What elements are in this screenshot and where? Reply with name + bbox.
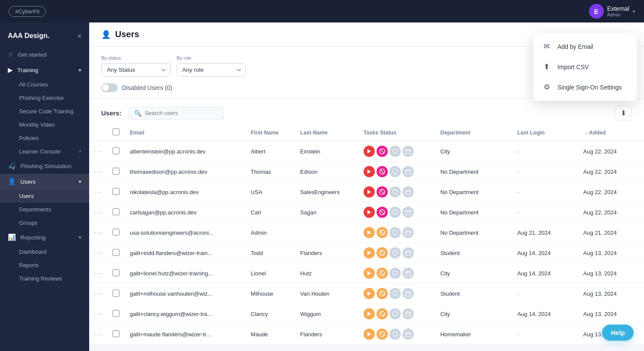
sidebar-item-groups[interactable]: Groups [0, 216, 89, 230]
svg-line-9 [380, 170, 384, 173]
topnav-user[interactable]: E External Admin ▾ [589, 4, 635, 19]
col-header-email: Email [125, 124, 245, 141]
row-checkbox-cell [107, 223, 125, 243]
gear-icon: ⚙ [542, 83, 551, 92]
row-actions[interactable]: ··· [89, 284, 107, 304]
dropdown-item-add-by-email[interactable]: ✉ Add by Email [533, 36, 637, 57]
svg-marker-14 [367, 190, 371, 194]
table-row: ···carlsagan@pp.acronis.devCarlSaganNo D… [89, 202, 644, 223]
row-checkbox-cell [107, 162, 125, 182]
row-checkbox[interactable] [113, 229, 119, 236]
download-button[interactable]: ⬇ [615, 105, 632, 121]
chevron-down-icon: ▾ [633, 9, 635, 14]
help-button[interactable]: Help [602, 325, 634, 341]
email-icon: ✉ [542, 42, 551, 51]
svg-marker-49 [367, 291, 371, 296]
row-last-login: Aug 14, 2024 [512, 263, 578, 284]
row-tasks-status [358, 324, 435, 345]
row-tasks-status [358, 162, 435, 182]
sidebar-item-phishing-exercise[interactable]: Phishing Exercise [0, 91, 89, 105]
reporting-icon: 📊 [8, 233, 16, 241]
dash-value: - [517, 290, 519, 297]
row-checkbox[interactable] [113, 168, 119, 175]
row-checkbox-cell [107, 202, 125, 223]
sidebar-item-departments[interactable]: Departments [0, 203, 89, 216]
sidebar-item-training-reviews[interactable]: Training Reviews [0, 272, 89, 285]
row-tasks-status [358, 304, 435, 324]
dropdown-item-import-csv[interactable]: ⬆ Import CSV [533, 57, 637, 77]
sidebar-item-users-sub[interactable]: Users [0, 189, 89, 203]
status-filter-select[interactable]: Any Status Active Inactive [101, 63, 171, 77]
row-first-name: Admin [245, 223, 295, 243]
row-last-name: Einstein [295, 141, 358, 162]
svg-marker-21 [367, 210, 371, 214]
row-email: galit+clancy.wiggum@wizer-tra... [125, 304, 245, 324]
sidebar-item-monthly-video[interactable]: Monthly Video [0, 118, 89, 131]
row-last-login: Aug 14, 2024 [512, 304, 578, 324]
row-actions[interactable]: ··· [89, 304, 107, 324]
row-first-name: Milhouse [245, 284, 295, 304]
task-status-icon [377, 227, 388, 238]
row-last-name [295, 223, 358, 243]
row-email: galit+milhouse.vanhouten@wiz... [125, 284, 245, 304]
row-email: galit+lionel.hutz@wizer-training... [125, 263, 245, 284]
row-actions[interactable]: ··· [89, 324, 107, 345]
col-header-dept: Department [435, 124, 512, 141]
topnav-logo[interactable]: #CyberFit [9, 6, 46, 17]
disabled-users-label: Disabled Users (0) [122, 84, 172, 91]
sidebar-item-get-started[interactable]: ☆ Get started [0, 47, 89, 62]
row-added: Aug 22, 2024 [578, 162, 644, 182]
row-email: nikolatesla@pp.acronis.dev [125, 182, 245, 202]
row-actions[interactable]: ··· [89, 141, 107, 162]
row-checkbox[interactable] [113, 249, 119, 256]
row-actions[interactable]: ··· [89, 243, 107, 263]
table-row: ···galit+lionel.hutz@wizer-training...Li… [89, 263, 644, 284]
sidebar-item-learner-console[interactable]: Learner Console ↗ [0, 145, 89, 158]
dropdown-item-sso-settings[interactable]: ⚙ Single Sign-On Settings [533, 77, 637, 97]
sidebar-item-phishing-simulation[interactable]: 🎣 Phishing Simulation [0, 158, 89, 174]
sidebar-item-all-courses[interactable]: All Courses [0, 78, 89, 91]
sidebar-item-reports[interactable]: Reports [0, 258, 89, 272]
row-checkbox[interactable] [113, 310, 119, 317]
task-status-icon [377, 308, 388, 319]
row-actions[interactable]: ··· [89, 182, 107, 202]
row-department: Homemaker [435, 324, 512, 345]
sidebar-item-policies[interactable]: Policies [0, 131, 89, 145]
disabled-users-toggle[interactable] [101, 83, 118, 92]
task-status-icon [390, 288, 401, 299]
table-row: ···galit+maude.flanders@wizer-tr...Maude… [89, 324, 644, 345]
row-checkbox[interactable] [113, 330, 119, 337]
row-last-name: Sagan [295, 202, 358, 223]
users-table: Email First Name Last Name Tasks Status … [89, 124, 644, 345]
svg-rect-10 [406, 170, 411, 174]
user-role: Admin [607, 12, 629, 17]
row-actions[interactable]: ··· [89, 263, 107, 284]
sidebar-item-dashboard[interactable]: Dashboard [0, 245, 89, 258]
row-tasks-status [358, 202, 435, 223]
sidebar-item-reporting[interactable]: 📊 Reporting ▾ [0, 230, 89, 245]
search-input[interactable] [145, 110, 218, 116]
svg-marker-28 [367, 230, 371, 235]
row-actions[interactable]: ··· [89, 202, 107, 223]
sidebar-item-users[interactable]: 👤 Users ▾ [0, 174, 89, 189]
row-added: Aug 13, 2024 [578, 284, 644, 304]
svg-rect-52 [406, 292, 411, 296]
role-filter-select[interactable]: Any role Admin Learner [177, 63, 246, 77]
row-actions[interactable]: ··· [89, 223, 107, 243]
row-checkbox[interactable] [113, 147, 119, 154]
sidebar-item-training[interactable]: ▶ Training ▾ [0, 62, 89, 78]
sidebar-collapse-icon[interactable]: « [77, 32, 81, 40]
select-all-checkbox[interactable] [113, 128, 119, 135]
row-checkbox[interactable] [113, 269, 119, 276]
row-checkbox[interactable] [113, 188, 119, 195]
svg-marker-7 [367, 169, 371, 174]
row-checkbox[interactable] [113, 208, 119, 215]
row-checkbox[interactable] [113, 290, 119, 297]
row-added: Aug 22, 2024 [578, 202, 644, 223]
row-actions[interactable]: ··· [89, 162, 107, 182]
row-last-name: Flanders [295, 243, 358, 263]
table-row: ···nikolatesla@pp.acronis.devUSASalesEng… [89, 182, 644, 202]
sidebar-item-secure-code-training[interactable]: Secure Code Training [0, 105, 89, 118]
table-row: ···usa-solutionsengineers@acroni...Admin… [89, 223, 644, 243]
row-email: usa-solutionsengineers@acroni... [125, 223, 245, 243]
